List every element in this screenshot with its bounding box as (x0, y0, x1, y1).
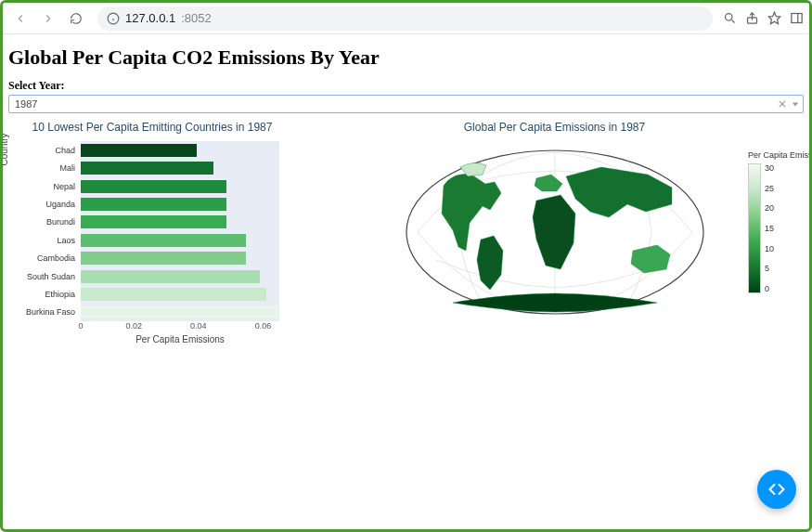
choropleth-map: Global Per Capita Emissions in 1987 Per … (305, 117, 804, 349)
bar-category-label: Nepal (12, 179, 79, 194)
colorbar-tick: 15 (765, 224, 774, 233)
bar[interactable] (81, 305, 279, 319)
bar-chart-title: 10 Lowest Per Capita Emitting Countries … (8, 121, 296, 134)
svg-marker-6 (768, 12, 780, 24)
colorbar-gradient (748, 163, 761, 293)
bar-category-label: Uganda (12, 197, 79, 212)
bar-chart: 10 Lowest Per Capita Emitting Countries … (8, 117, 296, 349)
arrow-left-icon (14, 12, 27, 25)
colorbar-tick: 25 (765, 184, 774, 193)
bar-category-label: Laos (12, 233, 79, 248)
url-host: 127.0.0.1 (125, 11, 175, 25)
bar[interactable] (81, 251, 246, 266)
x-tick: 0 (78, 321, 83, 331)
bar[interactable] (81, 179, 226, 194)
zoom-button[interactable] (722, 11, 737, 26)
map-title: Global Per Capita Emissions in 1987 (305, 121, 804, 134)
bar[interactable] (81, 161, 213, 175)
svg-line-4 (731, 19, 734, 22)
colorbar-tick: 20 (765, 203, 774, 213)
colorbar: Per Capita Emissions 302520151050 (748, 150, 794, 293)
reload-button[interactable] (64, 6, 88, 31)
bar[interactable] (81, 214, 226, 229)
colorbar-tick: 5 (765, 264, 774, 273)
year-select-value: 1987 (15, 98, 37, 110)
panel-button[interactable] (789, 11, 804, 26)
colorbar-tick: 0 (765, 284, 774, 293)
bar[interactable] (81, 233, 246, 248)
arrow-right-icon (42, 12, 55, 25)
reload-icon (70, 12, 83, 25)
bar[interactable] (81, 143, 197, 158)
share-icon (745, 11, 759, 25)
magnifier-icon (723, 11, 737, 25)
share-button[interactable] (744, 11, 759, 26)
svg-marker-11 (793, 102, 798, 106)
chevron-down-icon (792, 100, 799, 108)
svg-rect-7 (791, 14, 801, 23)
back-button[interactable] (8, 6, 32, 31)
x-tick: 0.06 (255, 321, 272, 331)
bar-category-label: Burundi (12, 214, 79, 229)
colorbar-tick: 30 (765, 163, 774, 173)
bar-category-label: Chad (12, 143, 79, 158)
y-axis-label: Country (0, 103, 9, 196)
world-map-svg[interactable] (397, 139, 713, 325)
year-select[interactable]: 1987 (8, 95, 804, 113)
colorbar-tick: 10 (765, 244, 774, 253)
bar[interactable] (81, 287, 266, 302)
x-axis-ticks: 00.020.040.06 (81, 321, 279, 331)
bar-category-label: Burkina Faso (12, 305, 79, 319)
svg-point-3 (725, 14, 732, 21)
bookmark-button[interactable] (767, 11, 781, 26)
address-bar[interactable]: 127.0.0.1:8052 (97, 6, 713, 31)
bar-category-label: Ethiopia (12, 287, 79, 302)
info-icon (107, 12, 120, 25)
bar[interactable] (81, 197, 226, 212)
bar-category-label: Mali (12, 161, 79, 175)
bar[interactable] (81, 269, 260, 284)
clear-select-button[interactable] (779, 96, 786, 112)
page-title: Global Per Capita CO2 Emissions By Year (8, 45, 804, 70)
select-year-label: Select Year: (8, 79, 804, 93)
x-tick: 0.04 (190, 321, 207, 331)
x-tick: 0.02 (125, 321, 142, 331)
star-icon (767, 11, 781, 25)
browser-toolbar: 127.0.0.1:8052 (3, 3, 809, 34)
forward-button[interactable] (36, 6, 60, 31)
colorbar-title: Per Capita Emissions (748, 150, 794, 160)
bar-category-label: Cambodia (12, 251, 79, 266)
close-icon (779, 100, 786, 108)
bar-category-label: South Sudan (12, 269, 79, 284)
colorbar-ticks: 302520151050 (765, 163, 774, 293)
url-port: :8052 (181, 11, 212, 25)
select-toggle[interactable] (792, 96, 799, 112)
code-icon (767, 480, 786, 499)
dash-devtools-button[interactable] (757, 470, 796, 509)
x-axis-label: Per Capita Emissions (81, 334, 279, 344)
panel-icon (790, 11, 804, 25)
